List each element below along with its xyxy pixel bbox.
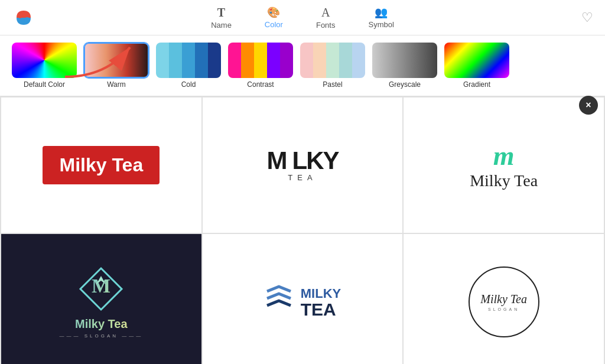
logo-2-main: MLKY [266,148,338,173]
logo-card-4[interactable]: M Milky Tea ——— SLOGAN ——— [1,234,201,364]
logo-card-3[interactable]: m Milky Tea [404,98,604,233]
tab-symbol[interactable]: 👥 Symbol [363,4,398,32]
logo-card-2[interactable]: MLKY TEA [203,98,403,233]
nav-tabs: T Name 🎨 Color A Fonts 👥 Symbol [206,4,399,32]
swatch-pastel [300,43,365,78]
text-icon: T [217,6,225,20]
swatch-gradient [444,43,509,78]
color-option-cold[interactable]: Cold [156,43,221,89]
swatch-warm-label: Warm [107,80,126,89]
color-option-contrast[interactable]: Contrast [228,43,293,89]
tab-name-label: Name [211,21,232,30]
tab-fonts[interactable]: A Fonts [311,4,340,32]
swatch-default [12,43,77,78]
color-option-default[interactable]: Default Color [12,43,77,89]
logo-5-tea: TEA [301,301,341,317]
tab-color-label: Color [265,20,283,29]
tab-name[interactable]: T Name [206,4,236,32]
logo-4-slogan: ——— SLOGAN ——— [59,333,143,339]
swatch-greyscale [372,43,437,78]
logo-5-text: MILKY TEA [301,286,341,317]
tab-color[interactable]: 🎨 Color [260,4,288,32]
color-option-pastel[interactable]: Pastel [300,43,365,89]
close-button[interactable]: × [579,96,598,115]
logo-4-diamond: M [77,265,125,313]
logo-card-5[interactable]: MILKY TEA [203,234,403,364]
fonts-icon: A [321,6,330,20]
logo-1-text: Milky Tea [43,146,160,184]
logo-6-milky: Milky Tea [480,292,527,306]
logo-4-brand: Milky Tea [59,317,143,331]
color-filter-bar: Default Color Warm Cold Contrast [0,35,605,96]
logo-6-slogan: SLOGAN [488,307,519,311]
logo-4-container: M Milky Tea ——— SLOGAN ——— [47,254,155,350]
logo-card-1[interactable]: Milky Tea [1,98,201,233]
swatch-contrast [228,43,293,78]
logo-6-container: Milky Tea SLOGAN [469,266,539,337]
swatch-default-label: Default Color [24,80,65,89]
svg-point-1 [24,17,30,23]
color-option-gradient[interactable]: Gradient [444,43,509,89]
logo-grid: Milky Tea MLKY TEA m Milky Tea M [0,96,605,364]
color-option-greyscale[interactable]: Greyscale [372,43,437,89]
color-icon: 🎨 [267,6,280,19]
logo-2-container: MLKY TEA [266,148,338,182]
tab-symbol-label: Symbol [368,20,393,29]
logo-card-6[interactable]: Milky Tea SLOGAN [404,234,604,364]
swatch-cold [156,43,221,78]
logo-5-container: MILKY TEA [264,284,341,319]
swatch-contrast-label: Contrast [247,80,274,89]
swatch-cold-label: Cold [181,80,196,89]
logo-3-container: m Milky Tea [470,140,538,190]
color-option-warm[interactable]: Warm [84,43,149,89]
symbol-icon: 👥 [375,6,388,19]
app-logo[interactable] [12,6,35,30]
tab-fonts-label: Fonts [316,21,336,30]
logo-3-m: m [470,140,538,171]
header: T Name 🎨 Color A Fonts 👥 Symbol ♡ [0,0,605,35]
logo-2-sub: TEA [266,173,338,182]
swatch-warm [84,43,149,78]
swatch-pastel-label: Pastel [323,80,342,89]
logo-6-ring: Milky Tea SLOGAN [469,266,539,337]
favorite-button[interactable]: ♡ [581,10,593,25]
logo-5-icon [264,284,294,319]
swatch-greyscale-label: Greyscale [389,80,421,89]
logo-3-script: Milky Tea [470,171,538,190]
swatch-gradient-label: Gradient [463,80,490,89]
svg-point-0 [17,12,23,18]
